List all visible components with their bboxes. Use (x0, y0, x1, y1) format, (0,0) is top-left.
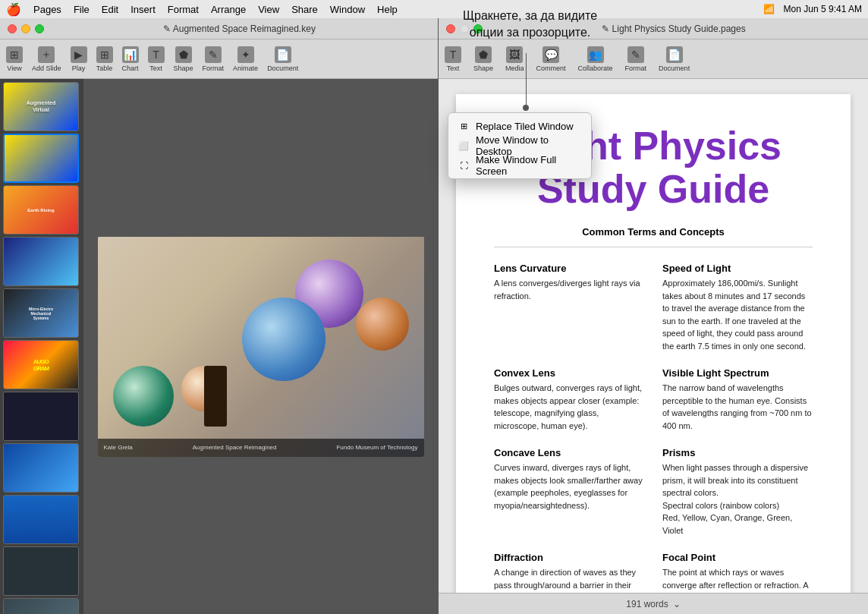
move-to-desktop-icon: ⬜ (458, 140, 470, 152)
menu-format[interactable]: Format (168, 4, 199, 15)
slide-thumb-2[interactable] (3, 134, 79, 183)
pages-toolbar: T Text ⬟ Shape 🖼 Media 💬 Comment 👥 Colla… (439, 39, 868, 79)
toolbar-text[interactable]: T Text (148, 46, 165, 72)
entry-body-concave-lens: Curves inward, diverges rays of light, m… (494, 461, 644, 512)
date-time: Mon Jun 5 9:41 AM (784, 4, 862, 14)
animate-icon: ✦ (237, 46, 254, 63)
pages-shape-icon: ⬟ (475, 46, 492, 63)
entry-title-prisms: Prisms (662, 447, 813, 458)
slide-thumb-6[interactable]: AUGOGRAM (3, 340, 79, 389)
entry-body-diffraction: A change in direction of waves as they p… (494, 566, 644, 593)
menu-view[interactable]: View (258, 4, 279, 15)
context-menu: ⊞ Replace Tiled Window ⬜ Move Window to … (448, 112, 592, 179)
slide-thumb-4[interactable] (3, 237, 79, 286)
entry-title-speed-of-light: Speed of Light (662, 263, 813, 274)
slide-thumb-7[interactable] (3, 392, 79, 441)
slide-thumb-1[interactable]: AugmentedVirtual (3, 82, 79, 131)
toolbar-table[interactable]: ⊞ Table (96, 46, 113, 72)
pages-toolbar-format[interactable]: ✎ Format (625, 46, 647, 72)
word-count: 191 words (626, 599, 668, 609)
doc-entry-concave-lens: Concave Lens Curves inward, diverges ray… (494, 447, 644, 537)
document-subtitle: Common Terms and Concepts (494, 226, 813, 238)
word-count-chevron[interactable]: ⌄ (673, 599, 681, 609)
tooltip-line2: опции за прозорците. (463, 24, 597, 41)
menu-arrange[interactable]: Arrange (211, 4, 246, 15)
apple-menu[interactable]: 🍎 (6, 2, 21, 17)
pages-media-icon: 🖼 (506, 46, 523, 63)
menu-help[interactable]: Help (377, 4, 398, 15)
doc-entry-convex-lens: Convex Lens Bulges outward, converges ra… (494, 367, 644, 432)
slide-thumb-10[interactable] (3, 546, 79, 596)
doc-entry-prisms: Prisms When light passes through a dispe… (662, 447, 813, 537)
entry-title-concave-lens: Concave Lens (494, 447, 644, 458)
toolbar-shape[interactable]: ⬟ Shape (174, 46, 193, 72)
pages-toolbar-shape[interactable]: ⬟ Shape (473, 46, 493, 72)
entry-title-diffraction: Diffraction (494, 552, 644, 563)
toolbar-format[interactable]: ✎ Format (203, 46, 225, 72)
document-columns: Lens Curvature A lens converges/diverges… (494, 263, 813, 593)
entry-body-lens-curvature: A lens converges/diverges light rays via… (494, 277, 644, 302)
document-divider (494, 247, 813, 247)
ctx-move-to-desktop[interactable]: ⬜ Move Window to Desktop (448, 136, 591, 156)
ctx-make-full-screen[interactable]: ⛶ Make Window Full Screen (448, 156, 591, 175)
slide-thumb-11[interactable] (3, 598, 79, 614)
pages-close-button[interactable] (446, 24, 455, 33)
entry-body-prisms: When light passes through a dispersive p… (662, 461, 813, 537)
sphere-teal (113, 366, 174, 427)
pages-toolbar-document[interactable]: 📄 Document (659, 46, 690, 72)
keynote-toolbar: ⊞ View ＋ Add Slide ▶ Play ⊞ Table 📊 Char… (0, 39, 438, 79)
slide-background-art (98, 237, 424, 457)
callout-dot (523, 105, 529, 111)
toolbar-view[interactable]: ⊞ View (6, 46, 23, 72)
menu-share[interactable]: Share (291, 4, 318, 15)
text-icon: T (148, 46, 165, 63)
menubar-right: 📶 Mon Jun 5 9:41 AM (763, 4, 862, 14)
toolbar-animate[interactable]: ✦ Animate (233, 46, 258, 72)
caption-right: Fundo Museum of Technology (336, 444, 417, 451)
play-icon: ▶ (71, 46, 87, 63)
menu-window[interactable]: Window (330, 4, 365, 15)
entry-body-focal-point: The point at which rays or waves converg… (662, 566, 813, 593)
menu-file[interactable]: File (74, 4, 90, 15)
ctx-replace-tiled[interactable]: ⊞ Replace Tiled Window (448, 116, 591, 136)
caption-left: Kate Grela (104, 444, 133, 451)
toolbar-document[interactable]: 📄 Document (267, 46, 298, 72)
doc-entry-visible-light: Visible Light Spectrum The narrow band o… (662, 367, 813, 432)
format-icon: ✎ (205, 46, 222, 63)
replace-tiled-icon: ⊞ (458, 120, 470, 132)
keynote-titlebar: ✎ Augmented Space Reimagined.key (0, 18, 438, 39)
entry-title-convex-lens: Convex Lens (494, 367, 644, 379)
pages-window: ✎ Light Physics Study Guide.pages T Text… (439, 18, 868, 614)
maximize-button[interactable] (35, 24, 44, 33)
slide-thumb-8[interactable] (3, 443, 79, 493)
pages-toolbar-text[interactable]: T Text (445, 46, 461, 72)
slide-thumb-5[interactable]: Micro-ElectroMechanicalSystems (3, 288, 79, 338)
slide-thumb-3[interactable]: Earth Rising (3, 185, 79, 235)
doc-entry-speed-of-light: Speed of Light Approximately 186,000mi/s… (662, 263, 813, 352)
menubar: 🍎 Pages File Edit Insert Format Arrange … (0, 0, 868, 18)
menu-edit[interactable]: Edit (102, 4, 118, 15)
close-button[interactable] (8, 24, 17, 33)
add-slide-icon: ＋ (38, 46, 55, 63)
slide-main-image: Kate Grela Augmented Space Reimagined Fu… (98, 237, 424, 457)
tooltip-line1: Щракнете, за да видите (463, 8, 597, 24)
keynote-title: ✎ Augmented Space Reimagined.key (49, 24, 430, 34)
toolbar-chart[interactable]: 📊 Chart (122, 46, 139, 72)
caption-center: Augmented Space Reimagined (193, 444, 277, 451)
doc-entry-focal-point: Focal Point The point at which rays or w… (662, 552, 813, 593)
minimize-button[interactable] (21, 24, 30, 33)
pages-format-icon: ✎ (627, 46, 644, 63)
pages-toolbar-collaborate[interactable]: 👥 Collaborate (578, 46, 613, 72)
menu-pages[interactable]: Pages (33, 4, 61, 15)
slide-panel[interactable]: 1 AugmentedVirtual 2 3 (0, 79, 83, 614)
toolbar-play[interactable]: ▶ Play (71, 46, 87, 72)
document-icon: 📄 (275, 46, 291, 63)
pages-toolbar-media[interactable]: 🖼 Media (505, 46, 524, 72)
slide-thumb-9[interactable] (3, 495, 79, 544)
menu-insert[interactable]: Insert (131, 4, 156, 15)
pages-toolbar-comment[interactable]: 💬 Comment (536, 46, 566, 72)
wifi-icon: 📶 (763, 4, 775, 14)
toolbar-add-slide[interactable]: ＋ Add Slide (32, 46, 61, 72)
keynote-window: ✎ Augmented Space Reimagined.key ⊞ View … (0, 18, 439, 614)
entry-title-visible-light: Visible Light Spectrum (662, 367, 813, 379)
